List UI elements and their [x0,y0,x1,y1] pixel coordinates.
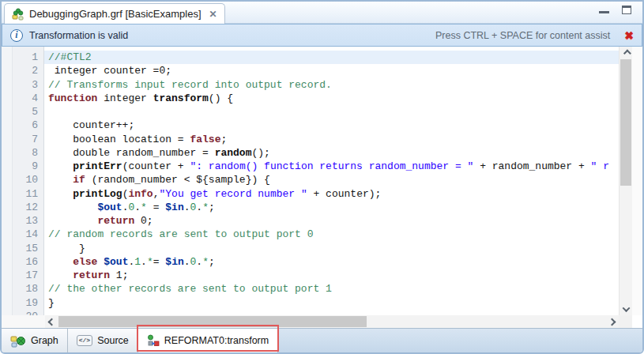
tab-close-icon[interactable]: ✕ [209,9,217,20]
code-line[interactable]: double random_number = random(); [44,146,619,160]
info-icon: i [10,29,23,42]
bottom-tab-bar: Graph </> Source REFORMAT0:transform [2,328,642,352]
validation-message: Transformation is valid [29,30,128,41]
validation-bar: i Transformation is valid Press CTRL + S… [2,24,642,47]
code-line[interactable]: integer counter =0; [44,64,619,77]
tab-source-label: Source [97,335,129,346]
code-line[interactable]: function integer transform() { [44,92,619,105]
tab-reformat0-label: REFORMAT0:transform [164,335,269,346]
tab-graph-label: Graph [31,335,58,346]
tab-title: DebuggingGraph.grf [BasicExamples] [29,8,201,20]
code-editor: 1234567891011121314151617181920 //#CTL2 … [2,47,642,315]
code-lines: //#CTL2 integer counter =0;// Transforms… [44,51,619,315]
scrollbar-corner [619,315,632,328]
scrollbar-filler-left [2,315,45,328]
maximize-icon[interactable] [622,6,631,14]
reformat-component-icon [147,334,160,347]
scroll-right-icon[interactable] [605,315,619,328]
code-line[interactable]: return 1; [44,269,619,282]
source-code-icon: </> [77,335,92,346]
code-line[interactable] [44,105,619,119]
dismiss-bar-icon[interactable]: ✖ [624,29,634,42]
tab-debugginggraph[interactable]: DebuggingGraph.grf [BasicExamples] ✕ [4,3,225,24]
gutter-numbers: 1234567891011121314151617181920 [2,51,38,315]
scroll-down-icon[interactable] [620,303,633,315]
editor-right-margin [632,47,642,315]
graph-icon [10,334,26,348]
code-line[interactable]: $out.0.* = $in.0.*; [44,201,619,214]
horizontal-scrollbar-thumb[interactable] [58,316,367,327]
code-line[interactable]: // random records are sent to output por… [44,228,619,241]
code-line[interactable]: counter++; [44,119,619,132]
scroll-up-icon[interactable] [620,47,633,59]
code-line[interactable] [44,310,619,315]
editor-window: DebuggingGraph.grf [BasicExamples] ✕ i T… [0,0,644,354]
scroll-left-icon[interactable] [45,315,58,328]
clover-graph-file-icon [12,8,24,21]
code-line[interactable]: return 0; [44,214,619,228]
code-area[interactable]: //#CTL2 integer counter =0;// Transforms… [44,47,619,315]
code-line[interactable]: } [44,296,619,310]
content-assist-hint: Press CTRL + SPACE for content assist [435,30,610,41]
code-line[interactable]: if (random_number < ${sample}) { [44,173,619,186]
vertical-scrollbar-thumb[interactable] [620,59,631,186]
code-line[interactable]: } [44,242,619,255]
code-line[interactable]: printErr(counter + ": random() function … [44,160,619,173]
code-line[interactable]: printLog(info,"You get record number " +… [44,187,619,201]
code-line[interactable]: boolean location = false; [44,133,619,146]
code-line[interactable]: // the other records are sent to output … [44,282,619,296]
tab-reformat0-transform[interactable]: REFORMAT0:transform [138,329,278,352]
horizontal-scrollbar[interactable] [45,315,619,328]
tab-source[interactable]: </> Source [68,329,138,352]
tab-graph[interactable]: Graph [2,329,68,352]
code-line[interactable]: else $out.1.*= $in.0.*; [44,255,619,269]
code-line[interactable]: //#CTL2 [44,51,619,64]
minimize-icon[interactable] [599,6,609,13]
vertical-scrollbar[interactable] [619,47,632,315]
line-number-gutter[interactable]: 1234567891011121314151617181920 [2,47,44,315]
code-line[interactable]: // Transforms input record into output r… [44,78,619,92]
top-tab-bar: DebuggingGraph.grf [BasicExamples] ✕ [2,2,642,24]
